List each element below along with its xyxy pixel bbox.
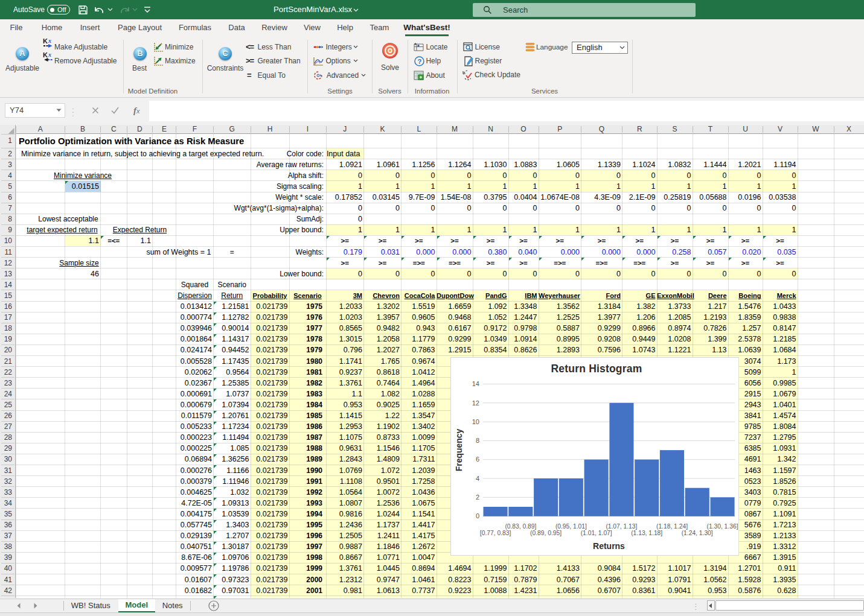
svg-text:10: 10 [472,418,479,425]
svg-text:12: 12 [472,399,479,407]
svg-text:x: x [48,51,51,58]
svg-text:K: K [43,51,48,59]
svg-text:Return Histogram: Return Histogram [551,363,642,375]
svg-text:2: 2 [476,494,479,501]
svg-text:6: 6 [476,456,479,463]
svg-text:(0.89, 0.95]: (0.89, 0.95] [530,530,562,536]
svg-text:Frequency: Frequency [454,429,464,472]
svg-text:[0.77, 0.83]: [0.77, 0.83] [480,530,511,536]
svg-text:?: ? [418,58,422,65]
svg-text:(0.95, 1.01]: (0.95, 1.01] [555,523,587,530]
svg-text:(1.13, 1.18]: (1.13, 1.18] [631,530,662,536]
svg-text:8: 8 [476,437,479,444]
svg-text:0: 0 [476,512,479,519]
svg-text:(1.24, 1.30]: (1.24, 1.30] [682,530,713,536]
svg-text:x: x [48,37,51,44]
svg-text:(0.83, 0.89]: (0.83, 0.89] [505,523,536,530]
svg-text:K: K [43,37,48,45]
svg-text:Returns: Returns [593,541,625,551]
svg-text:(1.30, 1.36]: (1.30, 1.36] [706,523,738,530]
svg-text:(1.07, 1.13]: (1.07, 1.13] [606,523,637,530]
svg-text:14: 14 [472,380,479,387]
svg-text:4: 4 [476,475,479,482]
svg-text:(1.18, 1.24]: (1.18, 1.24] [656,523,688,530]
svg-text:(1.01, 1.07]: (1.01, 1.07] [581,530,612,536]
